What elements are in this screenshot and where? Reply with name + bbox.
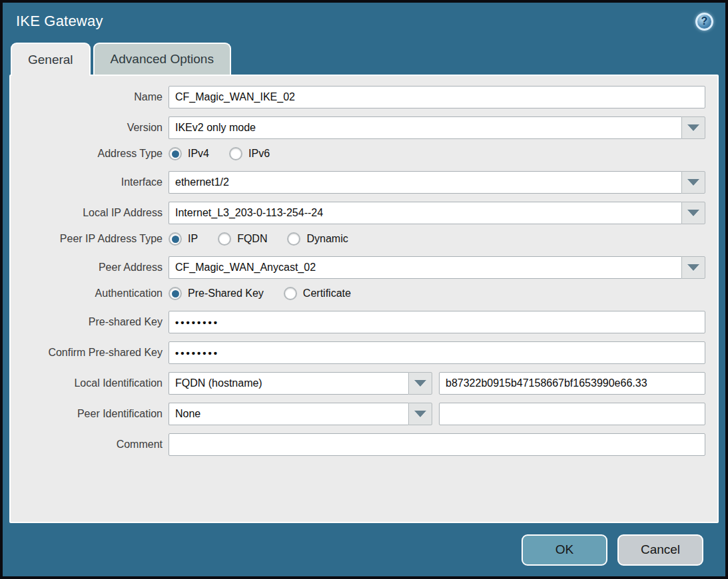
- radio-button-icon: [229, 147, 242, 160]
- chevron-down-icon: [414, 380, 426, 387]
- radio-peer-dynamic[interactable]: Dynamic: [287, 232, 348, 246]
- tab-bar: General Advanced Options: [3, 40, 725, 75]
- radio-ipv4-label: IPv4: [188, 148, 209, 160]
- chevron-down-icon: [414, 411, 426, 417]
- radio-peer-fqdn-label: FQDN: [237, 233, 267, 245]
- version-label: Version: [19, 122, 169, 134]
- local-identification-type: FQDN (hostname): [169, 372, 408, 395]
- confirm-pre-shared-key-row: Confirm Pre-shared Key: [19, 341, 705, 364]
- radio-button-icon: [169, 287, 182, 300]
- local-ip-row: Local IP Address Internet_L3_203-0-113-2…: [19, 202, 705, 224]
- interface-dropdown-button[interactable]: [681, 171, 705, 194]
- radio-button-icon: [169, 147, 182, 160]
- dialog-title: IKE Gateway: [16, 13, 103, 30]
- authentication-row: Authentication Pre-Shared Key Certificat…: [19, 287, 705, 300]
- radio-button-icon: [218, 232, 231, 246]
- comment-row: Comment: [19, 433, 705, 456]
- dialog-footer: OK Cancel: [3, 523, 725, 576]
- radio-certificate[interactable]: Certificate: [284, 287, 351, 300]
- peer-identification-dropdown-button[interactable]: [408, 403, 432, 425]
- local-identification-dropdown[interactable]: FQDN (hostname): [169, 372, 432, 395]
- local-identification-input[interactable]: [439, 372, 705, 395]
- local-ip-dropdown[interactable]: Internet_L3_203-0-113-254--24: [169, 202, 705, 224]
- radio-peer-dynamic-label: Dynamic: [306, 233, 348, 245]
- peer-address-label: Peer Address: [19, 262, 169, 274]
- peer-address-dropdown[interactable]: CF_Magic_WAN_Anycast_02: [169, 256, 705, 279]
- cancel-button[interactable]: Cancel: [617, 534, 703, 566]
- comment-input[interactable]: [169, 433, 705, 456]
- radio-psk-label: Pre-Shared Key: [188, 288, 264, 299]
- general-tab-panel: Name Version IKEv2 only mode Address Typ…: [9, 75, 719, 523]
- interface-row: Interface ethernet1/2: [19, 171, 705, 194]
- radio-pre-shared-key[interactable]: Pre-Shared Key: [169, 287, 264, 300]
- interface-dropdown[interactable]: ethernet1/2: [169, 171, 705, 194]
- confirm-pre-shared-key-input[interactable]: [169, 341, 705, 364]
- pre-shared-key-label: Pre-shared Key: [19, 316, 169, 328]
- chevron-down-icon: [687, 124, 699, 131]
- name-label: Name: [19, 91, 169, 103]
- local-ip-value: Internet_L3_203-0-113-254--24: [169, 202, 681, 224]
- ok-button[interactable]: OK: [522, 534, 607, 566]
- peer-ip-type-label: Peer IP Address Type: [19, 233, 169, 245]
- radio-ipv4[interactable]: IPv4: [169, 147, 209, 160]
- help-icon[interactable]: ?: [695, 13, 713, 31]
- radio-peer-ip-label: IP: [188, 233, 198, 245]
- radio-ipv6-label: IPv6: [248, 148, 270, 160]
- address-type-label: Address Type: [19, 148, 169, 160]
- peer-address-dropdown-button[interactable]: [681, 256, 705, 279]
- version-row: Version IKEv2 only mode: [19, 116, 705, 139]
- local-ip-label: Local IP Address: [19, 207, 169, 219]
- chevron-down-icon: [687, 210, 699, 216]
- interface-label: Interface: [19, 176, 169, 188]
- version-value: IKEv2 only mode: [169, 116, 681, 139]
- radio-button-icon: [169, 232, 182, 246]
- tab-general[interactable]: General: [11, 43, 91, 76]
- version-dropdown[interactable]: IKEv2 only mode: [169, 116, 705, 139]
- authentication-label: Authentication: [19, 288, 169, 299]
- version-dropdown-button[interactable]: [681, 116, 705, 139]
- name-input[interactable]: [169, 86, 705, 108]
- local-ip-dropdown-button[interactable]: [681, 202, 705, 224]
- pre-shared-key-input[interactable]: [169, 311, 705, 333]
- comment-label: Comment: [19, 439, 169, 451]
- radio-ipv6[interactable]: IPv6: [229, 147, 270, 160]
- local-identification-label: Local Identification: [19, 377, 169, 389]
- peer-identification-row: Peer Identification None: [19, 403, 705, 425]
- ike-gateway-dialog: IKE Gateway ? General Advanced Options N…: [0, 0, 728, 579]
- peer-address-row: Peer Address CF_Magic_WAN_Anycast_02: [19, 256, 705, 279]
- radio-peer-fqdn[interactable]: FQDN: [218, 232, 267, 246]
- name-row: Name: [19, 86, 705, 108]
- peer-identification-dropdown[interactable]: None: [169, 403, 432, 425]
- peer-identification-input[interactable]: [439, 403, 705, 425]
- chevron-down-icon: [687, 264, 699, 271]
- tab-advanced-options[interactable]: Advanced Options: [93, 43, 231, 75]
- radio-button-icon: [284, 287, 297, 300]
- radio-certificate-label: Certificate: [303, 288, 351, 299]
- local-identification-row: Local Identification FQDN (hostname): [19, 372, 705, 395]
- pre-shared-key-row: Pre-shared Key: [19, 311, 705, 333]
- radio-peer-ip[interactable]: IP: [169, 232, 198, 246]
- peer-address-value: CF_Magic_WAN_Anycast_02: [169, 256, 681, 279]
- chevron-down-icon: [687, 179, 699, 186]
- peer-ip-type-row: Peer IP Address Type IP FQDN Dynamic: [19, 232, 705, 246]
- title-bar: IKE Gateway ?: [3, 3, 725, 40]
- address-type-row: Address Type IPv4 IPv6: [19, 147, 705, 160]
- confirm-pre-shared-key-label: Confirm Pre-shared Key: [19, 347, 169, 359]
- radio-button-icon: [287, 232, 300, 246]
- peer-identification-type: None: [169, 403, 408, 425]
- peer-identification-label: Peer Identification: [19, 408, 169, 420]
- interface-value: ethernet1/2: [169, 171, 681, 194]
- local-identification-dropdown-button[interactable]: [408, 372, 432, 395]
